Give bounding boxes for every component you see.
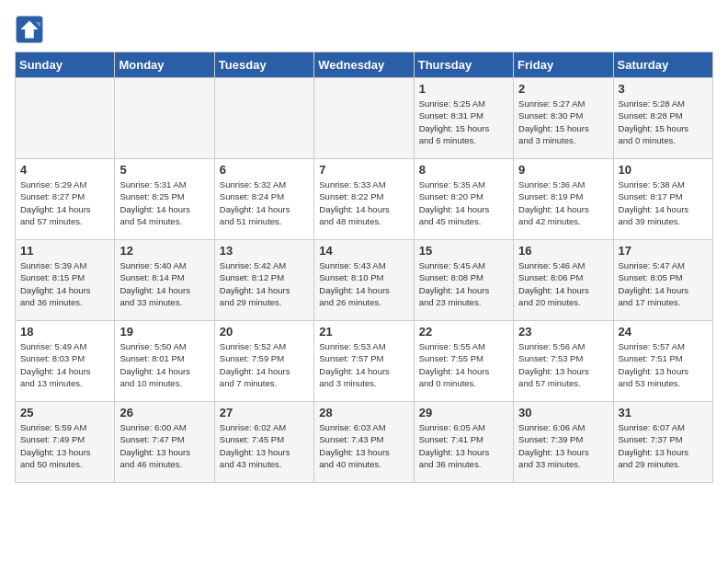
day-number: 30 (518, 406, 608, 419)
day-cell: 6Sunrise: 5:32 AM Sunset: 8:24 PM Daylig… (214, 159, 313, 240)
day-cell: 18Sunrise: 5:49 AM Sunset: 8:03 PM Dayli… (16, 321, 115, 402)
days-header-row: SundayMondayTuesdayWednesdayThursdayFrid… (16, 52, 713, 78)
day-number: 8 (419, 163, 508, 177)
day-cell: 8Sunrise: 5:35 AM Sunset: 8:20 PM Daylig… (414, 159, 513, 240)
day-detail: Sunrise: 6:00 AM Sunset: 7:47 PM Dayligh… (119, 421, 209, 470)
day-detail: Sunrise: 5:42 AM Sunset: 8:12 PM Dayligh… (220, 259, 309, 308)
day-cell: 16Sunrise: 5:46 AM Sunset: 8:06 PM Dayli… (514, 240, 613, 321)
day-number: 20 (220, 325, 309, 339)
day-detail: Sunrise: 5:55 AM Sunset: 7:55 PM Dayligh… (419, 340, 508, 389)
day-number: 18 (20, 325, 109, 339)
day-detail: Sunrise: 5:32 AM Sunset: 8:24 PM Dayligh… (220, 178, 309, 227)
day-cell: 3Sunrise: 5:28 AM Sunset: 8:28 PM Daylig… (613, 78, 712, 159)
day-number: 9 (518, 163, 608, 177)
day-cell: 9Sunrise: 5:36 AM Sunset: 8:19 PM Daylig… (514, 159, 613, 240)
day-detail: Sunrise: 5:45 AM Sunset: 8:08 PM Dayligh… (419, 259, 508, 308)
day-detail: Sunrise: 5:52 AM Sunset: 7:59 PM Dayligh… (220, 340, 309, 389)
week-row-3: 11Sunrise: 5:39 AM Sunset: 8:15 PM Dayli… (16, 240, 713, 321)
day-detail: Sunrise: 5:39 AM Sunset: 8:15 PM Dayligh… (20, 259, 109, 308)
day-cell: 4Sunrise: 5:29 AM Sunset: 8:27 PM Daylig… (16, 159, 115, 240)
day-number: 24 (619, 325, 708, 339)
day-detail: Sunrise: 6:05 AM Sunset: 7:41 PM Dayligh… (419, 421, 508, 470)
day-detail: Sunrise: 5:50 AM Sunset: 8:01 PM Dayligh… (119, 340, 209, 389)
day-detail: Sunrise: 5:25 AM Sunset: 8:31 PM Dayligh… (419, 98, 508, 146)
day-detail: Sunrise: 5:47 AM Sunset: 8:05 PM Dayligh… (619, 259, 708, 308)
day-detail: Sunrise: 5:27 AM Sunset: 8:30 PM Dayligh… (518, 98, 608, 146)
day-detail: Sunrise: 5:38 AM Sunset: 8:17 PM Dayligh… (619, 178, 708, 227)
day-header-saturday: Saturday (613, 52, 712, 78)
day-detail: Sunrise: 5:46 AM Sunset: 8:06 PM Dayligh… (518, 259, 608, 308)
week-row-4: 18Sunrise: 5:49 AM Sunset: 8:03 PM Dayli… (16, 321, 713, 402)
day-cell (214, 78, 313, 159)
day-number: 5 (119, 163, 209, 177)
day-number: 1 (419, 82, 508, 96)
day-number: 6 (220, 163, 309, 177)
day-cell: 21Sunrise: 5:53 AM Sunset: 7:57 PM Dayli… (314, 321, 414, 402)
day-detail: Sunrise: 6:02 AM Sunset: 7:45 PM Dayligh… (220, 421, 309, 470)
day-header-thursday: Thursday (414, 52, 513, 78)
day-cell: 12Sunrise: 5:40 AM Sunset: 8:14 PM Dayli… (115, 240, 214, 321)
day-detail: Sunrise: 5:43 AM Sunset: 8:10 PM Dayligh… (319, 259, 408, 308)
day-number: 21 (319, 325, 408, 339)
day-number: 14 (319, 244, 408, 258)
day-detail: Sunrise: 5:28 AM Sunset: 8:28 PM Dayligh… (619, 98, 708, 146)
day-cell: 24Sunrise: 5:57 AM Sunset: 7:51 PM Dayli… (613, 321, 712, 402)
day-number: 26 (119, 406, 209, 419)
day-header-wednesday: Wednesday (314, 52, 414, 78)
day-cell: 23Sunrise: 5:56 AM Sunset: 7:53 PM Dayli… (514, 321, 613, 402)
day-number: 19 (119, 325, 209, 339)
day-detail: Sunrise: 5:35 AM Sunset: 8:20 PM Dayligh… (419, 178, 508, 227)
day-cell: 10Sunrise: 5:38 AM Sunset: 8:17 PM Dayli… (613, 159, 712, 240)
day-number: 4 (20, 163, 109, 177)
day-cell: 2Sunrise: 5:27 AM Sunset: 8:30 PM Daylig… (514, 78, 613, 159)
day-cell: 31Sunrise: 6:07 AM Sunset: 7:37 PM Dayli… (613, 402, 712, 483)
day-number: 28 (319, 406, 408, 419)
week-row-5: 25Sunrise: 5:59 AM Sunset: 7:49 PM Dayli… (16, 402, 713, 483)
day-number: 13 (220, 244, 309, 258)
day-number: 16 (518, 244, 608, 258)
day-detail: Sunrise: 5:29 AM Sunset: 8:27 PM Dayligh… (20, 178, 109, 227)
day-cell: 11Sunrise: 5:39 AM Sunset: 8:15 PM Dayli… (16, 240, 115, 321)
day-number: 29 (419, 406, 508, 419)
day-cell: 19Sunrise: 5:50 AM Sunset: 8:01 PM Dayli… (115, 321, 214, 402)
day-detail: Sunrise: 5:53 AM Sunset: 7:57 PM Dayligh… (319, 340, 408, 389)
day-detail: Sunrise: 5:59 AM Sunset: 7:49 PM Dayligh… (20, 421, 109, 470)
header (15, 15, 713, 44)
day-detail: Sunrise: 5:40 AM Sunset: 8:14 PM Dayligh… (119, 259, 209, 308)
day-cell: 22Sunrise: 5:55 AM Sunset: 7:55 PM Dayli… (414, 321, 513, 402)
logo-icon (15, 15, 44, 44)
day-number: 3 (619, 82, 708, 96)
day-header-sunday: Sunday (16, 52, 115, 78)
day-cell: 13Sunrise: 5:42 AM Sunset: 8:12 PM Dayli… (214, 240, 313, 321)
week-row-2: 4Sunrise: 5:29 AM Sunset: 8:27 PM Daylig… (16, 159, 713, 240)
day-number: 22 (419, 325, 508, 339)
day-detail: Sunrise: 6:07 AM Sunset: 7:37 PM Dayligh… (619, 421, 708, 470)
day-cell: 20Sunrise: 5:52 AM Sunset: 7:59 PM Dayli… (214, 321, 313, 402)
day-cell (16, 78, 115, 159)
day-cell: 29Sunrise: 6:05 AM Sunset: 7:41 PM Dayli… (414, 402, 513, 483)
day-number: 27 (220, 406, 309, 419)
day-number: 12 (119, 244, 209, 258)
day-header-friday: Friday (514, 52, 613, 78)
day-number: 31 (619, 406, 708, 419)
day-cell (115, 78, 214, 159)
day-cell: 30Sunrise: 6:06 AM Sunset: 7:39 PM Dayli… (514, 402, 613, 483)
day-cell: 26Sunrise: 6:00 AM Sunset: 7:47 PM Dayli… (115, 402, 214, 483)
day-number: 25 (20, 406, 109, 419)
day-cell: 15Sunrise: 5:45 AM Sunset: 8:08 PM Dayli… (414, 240, 513, 321)
day-number: 15 (419, 244, 508, 258)
day-number: 10 (619, 163, 708, 177)
day-number: 7 (319, 163, 408, 177)
day-cell: 25Sunrise: 5:59 AM Sunset: 7:49 PM Dayli… (16, 402, 115, 483)
day-cell: 17Sunrise: 5:47 AM Sunset: 8:05 PM Dayli… (613, 240, 712, 321)
day-header-monday: Monday (115, 52, 214, 78)
day-cell: 27Sunrise: 6:02 AM Sunset: 7:45 PM Dayli… (214, 402, 313, 483)
day-cell: 14Sunrise: 5:43 AM Sunset: 8:10 PM Dayli… (314, 240, 414, 321)
day-detail: Sunrise: 5:33 AM Sunset: 8:22 PM Dayligh… (319, 178, 408, 227)
day-number: 23 (518, 325, 608, 339)
day-number: 2 (518, 82, 608, 96)
day-detail: Sunrise: 5:56 AM Sunset: 7:53 PM Dayligh… (518, 340, 608, 389)
day-detail: Sunrise: 6:06 AM Sunset: 7:39 PM Dayligh… (518, 421, 608, 470)
day-detail: Sunrise: 5:31 AM Sunset: 8:25 PM Dayligh… (119, 178, 209, 227)
day-cell: 7Sunrise: 5:33 AM Sunset: 8:22 PM Daylig… (314, 159, 414, 240)
